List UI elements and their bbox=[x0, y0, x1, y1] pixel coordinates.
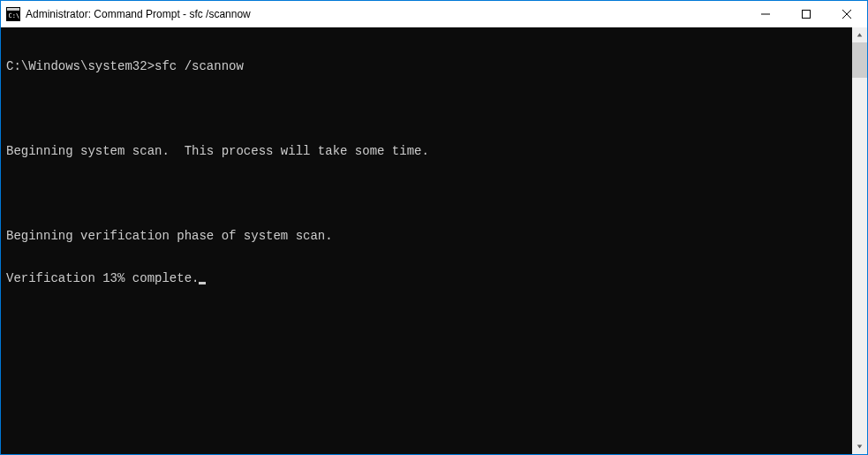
terminal-line bbox=[6, 102, 852, 116]
cmd-icon: C:\ bbox=[6, 7, 20, 21]
scrollbar-track[interactable] bbox=[852, 42, 867, 439]
window-controls bbox=[745, 1, 867, 27]
command: sfc /scannow bbox=[155, 59, 244, 73]
command-prompt-window: C:\ Administrator: Command Prompt - sfc … bbox=[0, 0, 868, 455]
svg-rect-5 bbox=[803, 11, 811, 19]
terminal-line: Beginning verification phase of system s… bbox=[6, 229, 852, 243]
terminal-output[interactable]: C:\Windows\system32>sfc /scannow Beginni… bbox=[1, 27, 852, 454]
svg-rect-1 bbox=[7, 8, 19, 11]
terminal-line: Verification 13% complete. bbox=[6, 271, 852, 285]
terminal-line bbox=[6, 186, 852, 201]
terminal-line: Beginning system scan. This process will… bbox=[6, 144, 852, 158]
scroll-up-button[interactable] bbox=[852, 27, 867, 42]
scrollbar-thumb[interactable] bbox=[852, 42, 867, 78]
close-button[interactable] bbox=[826, 1, 867, 27]
content-wrapper: C:\Windows\system32>sfc /scannow Beginni… bbox=[1, 27, 867, 454]
maximize-button[interactable] bbox=[786, 1, 826, 27]
progress-text: Verification 13% complete. bbox=[6, 271, 199, 285]
scroll-down-button[interactable] bbox=[852, 439, 867, 454]
titlebar[interactable]: C:\ Administrator: Command Prompt - sfc … bbox=[1, 1, 867, 27]
prompt: C:\Windows\system32> bbox=[6, 59, 155, 73]
cursor bbox=[199, 282, 206, 284]
terminal-line: C:\Windows\system32>sfc /scannow bbox=[6, 59, 852, 73]
window-title: Administrator: Command Prompt - sfc /sca… bbox=[26, 8, 745, 20]
minimize-button[interactable] bbox=[745, 1, 786, 27]
vertical-scrollbar[interactable] bbox=[852, 27, 867, 454]
svg-text:C:\: C:\ bbox=[9, 12, 20, 19]
